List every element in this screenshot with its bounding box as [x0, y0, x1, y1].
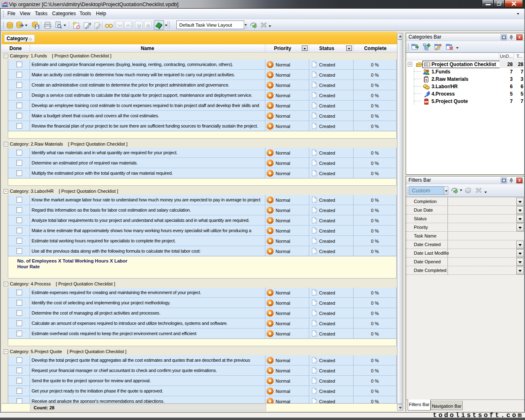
svg-text:5: 5 — [425, 78, 427, 82]
